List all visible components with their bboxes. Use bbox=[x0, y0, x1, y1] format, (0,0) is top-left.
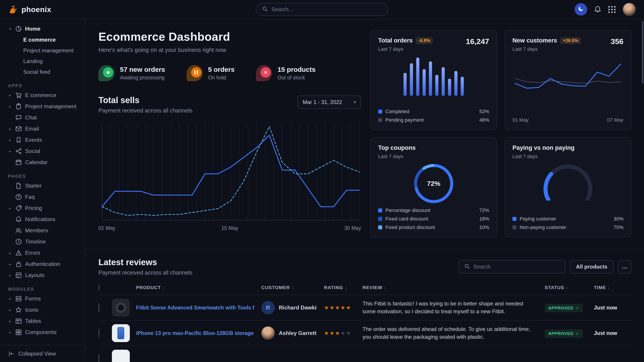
stat-caption: Out of stock bbox=[278, 75, 316, 81]
sidebar-item-e-commerce[interactable]: E commerce bbox=[0, 34, 84, 45]
global-search[interactable] bbox=[256, 3, 388, 16]
sidebar-item-errors[interactable]: ▸Errors bbox=[0, 247, 84, 259]
layout-icon bbox=[15, 272, 22, 279]
legend-item: Fixed product discount 10% bbox=[378, 225, 489, 230]
notifications-button[interactable] bbox=[594, 5, 602, 13]
column-customer[interactable]: CUSTOMER↕ bbox=[261, 285, 324, 290]
reviews-subtitle: Payment received across all channels bbox=[98, 269, 192, 276]
apps-grid-button[interactable] bbox=[608, 6, 616, 13]
theme-toggle-button[interactable] bbox=[575, 3, 587, 16]
star-filled-icon: ★ bbox=[324, 305, 330, 311]
product-link[interactable]: Fitbit Sense Advanced Smartwatch with To… bbox=[136, 305, 254, 311]
legend-value: 52% bbox=[479, 109, 489, 114]
sidebar-item-label: Icons bbox=[25, 307, 38, 313]
kpi-cards: Total orders -6.8% Last 7 days 16,247 Co… bbox=[370, 30, 632, 237]
sidebar-item-faq[interactable]: Faq bbox=[0, 191, 84, 203]
date-range-select[interactable]: Mar 1 - 31, 2022 ▾ bbox=[298, 95, 361, 109]
sidebar-item-label: Errors bbox=[25, 250, 40, 256]
sidebar-item-notifications[interactable]: Notifications bbox=[0, 214, 84, 225]
column-product[interactable]: PRODUCT↕ bbox=[136, 285, 261, 290]
phoenix-logo-icon bbox=[8, 5, 18, 14]
more-options-button[interactable]: ... bbox=[618, 260, 632, 274]
forms-icon bbox=[15, 295, 22, 302]
reviews-search-input[interactable] bbox=[474, 264, 560, 270]
sort-icon: ↕ bbox=[566, 286, 568, 290]
search-input[interactable] bbox=[272, 6, 382, 12]
legend-item: Completed 52% bbox=[378, 109, 489, 114]
sidebar-item-label: E commerce bbox=[25, 92, 56, 98]
sidebar-item-social[interactable]: ▸Social bbox=[0, 146, 84, 157]
product-link[interactable]: iPhone 13 pro max-Pacific Blue-128GB sto… bbox=[136, 330, 254, 336]
sidebar-item-project-management[interactable]: ▸Project management bbox=[0, 101, 84, 112]
sidebar-item-home[interactable]: ▾Home bbox=[0, 23, 84, 34]
card-period: Last 7 days bbox=[378, 46, 433, 52]
sidebar-item-label: Chat bbox=[25, 114, 37, 121]
pie-icon bbox=[15, 25, 22, 32]
change-badge: +26.5% bbox=[560, 37, 581, 44]
sidebar-section-title: MODULES bbox=[8, 287, 84, 292]
sidebar-item-chat[interactable]: Chat bbox=[0, 112, 84, 123]
checkbox-cell bbox=[98, 355, 112, 362]
column-time[interactable]: TIME↕ bbox=[594, 285, 632, 290]
file-icon bbox=[15, 182, 22, 189]
total-sells-subtitle: Payment received across all channels bbox=[98, 107, 192, 114]
row-checkbox[interactable] bbox=[98, 354, 99, 362]
sidebar-item-forms[interactable]: ▸Forms bbox=[0, 293, 84, 304]
moon-icon bbox=[578, 5, 584, 14]
sidebar-item-tables[interactable]: ▸Tables bbox=[0, 316, 84, 327]
column-status[interactable]: STATUS↕ bbox=[545, 285, 594, 290]
sidebar-item-pricing[interactable]: ▸Pricing bbox=[0, 203, 84, 214]
sidebar-item-label: Components bbox=[25, 329, 56, 335]
sidebar-item-project-management[interactable]: Project management bbox=[0, 45, 84, 56]
page-title: Ecommerce Dashboard bbox=[98, 30, 361, 43]
sidebar-item-authentication[interactable]: ▸Authentication bbox=[0, 259, 84, 270]
brand[interactable]: phoenix bbox=[8, 5, 51, 14]
row-checkbox[interactable] bbox=[98, 303, 99, 312]
chevron-right-icon: ▸ bbox=[8, 93, 12, 97]
sidebar-item-label: Pricing bbox=[25, 205, 42, 211]
new-orders-icon: ★ bbox=[98, 65, 114, 81]
column-rating[interactable]: RATING↕ bbox=[324, 285, 362, 290]
sidebar-item-icons[interactable]: ▸Icons bbox=[0, 304, 84, 316]
new-customers-card: New customers +26.5% Last 7 days 356 01 … bbox=[504, 30, 632, 130]
sidebar-item-layouts[interactable]: ▸Layouts bbox=[0, 270, 84, 281]
sidebar-item-calendar[interactable]: Calendar bbox=[0, 157, 84, 168]
sort-icon: ↕ bbox=[163, 286, 165, 290]
sidebar-item-landing[interactable]: Landing bbox=[0, 56, 84, 67]
tag-icon bbox=[15, 205, 22, 212]
chevron-right-icon: ▸ bbox=[8, 319, 12, 323]
legend-label: Percentage discount bbox=[385, 208, 430, 213]
legend-swatch bbox=[378, 110, 382, 114]
star-filled-icon: ★ bbox=[330, 305, 335, 311]
column-review[interactable]: REVIEW↕ bbox=[362, 285, 545, 290]
row-checkbox[interactable] bbox=[98, 329, 99, 338]
chevron-right-icon: ▸ bbox=[8, 330, 12, 335]
collapsed-view-toggle[interactable]: Collapsed View bbox=[0, 345, 84, 362]
user-avatar[interactable] bbox=[622, 3, 636, 16]
collapsed-view-label: Collapsed View bbox=[18, 351, 56, 357]
sidebar-item-email[interactable]: ▸Email bbox=[0, 123, 84, 134]
star-empty-icon: ★ bbox=[346, 330, 352, 336]
legend-item: Paying customer 30% bbox=[512, 216, 624, 222]
customer-name: Richard Dawkins bbox=[279, 305, 317, 311]
all-products-button[interactable]: All products bbox=[570, 260, 614, 274]
sidebar-item-events[interactable]: ▸Events bbox=[0, 134, 84, 146]
scrollbar[interactable] bbox=[642, 21, 644, 84]
components-icon bbox=[15, 329, 22, 336]
sidebar-item-members[interactable]: Members bbox=[0, 225, 84, 236]
sidebar-item-timeline[interactable]: Timeline bbox=[0, 236, 84, 247]
sidebar-item-components[interactable]: ▸Components bbox=[0, 327, 84, 338]
sidebar-item-e-commerce[interactable]: ▸E commerce bbox=[0, 90, 84, 101]
total-orders-bar-chart bbox=[400, 55, 467, 96]
select-all-checkbox[interactable] bbox=[98, 284, 99, 291]
sidebar-item-label: E commerce bbox=[23, 37, 56, 43]
reviews-search[interactable] bbox=[459, 260, 565, 274]
legend-swatch bbox=[378, 208, 382, 212]
card-title: New customers bbox=[512, 37, 557, 44]
sidebar-item-social-feed[interactable]: Social feed bbox=[0, 67, 84, 77]
review-text: This Fitbit is fantastic! I was trying t… bbox=[362, 300, 545, 316]
product-cell: iPhone 13 pro max-Pacific Blue-128GB sto… bbox=[136, 330, 261, 336]
sidebar-item-label: Members bbox=[25, 227, 48, 234]
star-filled-icon: ★ bbox=[330, 330, 335, 336]
sidebar-item-starter[interactable]: Starter bbox=[0, 180, 84, 191]
